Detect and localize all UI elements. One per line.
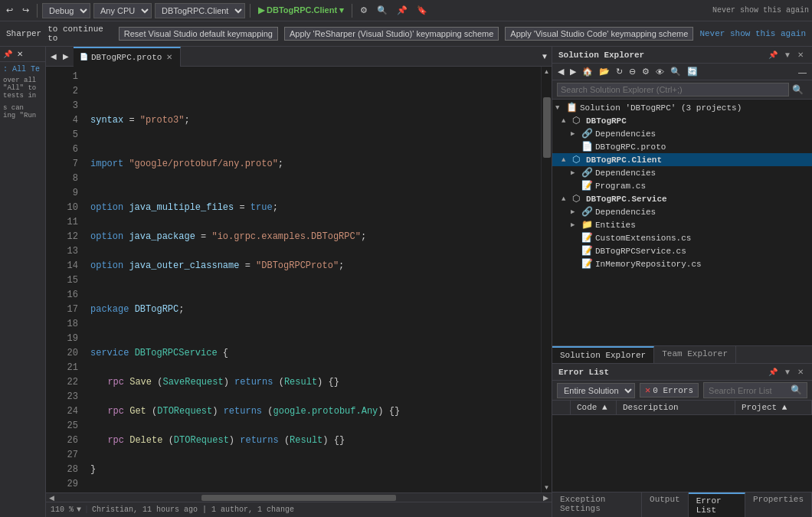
proto-tab-label: DBTogRPC.proto — [91, 53, 162, 62]
project-dropdown[interactable]: DBTogRPC.Client — [155, 3, 245, 18]
error-count-label: 0 Errors — [653, 386, 693, 395]
toolbar-btn-2[interactable]: 📌 — [394, 4, 411, 17]
bottom-tab-error-list[interactable]: Error List — [689, 492, 745, 517]
sidebar-pin-btn[interactable]: 📌 — [2, 48, 14, 60]
editor-vertical-scrollbar[interactable]: ▲ ▼ — [541, 67, 552, 492]
tree-item-dbtogrpc-deps[interactable]: ▶ 🔗 Dependencies — [552, 127, 812, 140]
error-col-code[interactable]: Code ▲ — [571, 401, 617, 414]
proto-file-icon: 📄 — [581, 141, 594, 152]
se-search-icon[interactable]: 🔍 — [792, 84, 804, 96]
service-cs-label: DBTogRPCService.cs — [595, 247, 809, 256]
never-show-banner-button[interactable]: Never show this again — [699, 29, 806, 38]
hscroll-thumb — [201, 495, 396, 501]
right-panel: Solution Explorer 📌 ▼ ✕ ◀ ▶ 🏠 📂 ↻ ⊖ ⚙ 👁 … — [552, 47, 812, 517]
cpu-dropdown[interactable]: Any CPU — [93, 3, 152, 18]
bottom-tab-output[interactable]: Output — [642, 492, 689, 517]
tree-item-solution[interactable]: ▼ 📋 Solution 'DBTogRPC' (3 projects) — [552, 101, 812, 114]
code-line-8: option java_package = "io.grpc.examples.… — [90, 230, 535, 244]
se-close-btn[interactable]: ✕ — [795, 50, 806, 60]
sidebar-subtext-2: "All" to — [3, 84, 42, 92]
tree-item-inmemory-repo[interactable]: 📝 InMemoryRepository.cs — [552, 257, 812, 270]
se-forward-btn[interactable]: ▶ — [568, 65, 578, 78]
extensions-toolbar-btn[interactable]: ⚙ — [357, 4, 371, 17]
tree-item-service-deps[interactable]: ▶ 🔗 Dependencies — [552, 205, 812, 218]
el-close-btn[interactable]: ✕ — [795, 367, 806, 377]
tree-item-program-cs[interactable]: 📝 Program.cs — [552, 179, 812, 192]
tree-item-client-project[interactable]: ▲ ⬡ DBTogRPC.Client — [552, 153, 812, 166]
error-search-input[interactable] — [709, 386, 791, 395]
scroll-down-btn[interactable]: ▼ — [542, 483, 552, 492]
code-line-14: rpc Save (SaveRequest) returns (Result) … — [90, 375, 535, 390]
debug-config-dropdown[interactable]: Debug — [42, 3, 90, 18]
se-home-btn[interactable]: 🏠 — [580, 65, 595, 78]
run-button[interactable]: ▶ DBTogRPC.Client ▾ — [255, 4, 347, 17]
se-settings-btn[interactable]: — — [796, 66, 809, 78]
ln-18: 18 — [49, 317, 78, 332]
tab-dropdown-btn[interactable]: ▼ — [538, 52, 552, 61]
editor-horizontal-scrollbar[interactable]: ◀ ▶ — [46, 492, 552, 502]
error-table[interactable]: Code ▲ Description Project ▲ — [552, 401, 812, 492]
reset-keymapping-button[interactable]: Reset Visual Studio default keymapping — [119, 27, 278, 41]
hscroll-left-btn[interactable]: ◀ — [47, 494, 56, 502]
tab-scroll-right-btn[interactable]: ▶ — [60, 52, 72, 61]
service-deps-expand: ▶ — [571, 208, 580, 216]
se-pin-btn[interactable]: 📌 — [766, 50, 780, 60]
tree-item-custom-extensions[interactable]: 📝 CustomExtensions.cs — [552, 231, 812, 244]
sidebar-close-btn[interactable]: ✕ — [15, 48, 25, 60]
proto-tab-icon: 📄 — [80, 53, 88, 61]
el-pin-btn[interactable]: 📌 — [766, 367, 780, 377]
se-back-btn[interactable]: ◀ — [555, 65, 566, 78]
hscroll-right-btn[interactable]: ▶ — [542, 494, 550, 502]
scroll-thumb — [543, 97, 551, 159]
hscroll-track[interactable] — [56, 495, 542, 501]
se-search-input[interactable] — [557, 83, 789, 97]
client-expand-icon: ▲ — [562, 156, 571, 164]
se-dropdown-btn[interactable]: ▼ — [781, 50, 794, 60]
se-properties-btn[interactable]: ⚙ — [640, 65, 652, 78]
tree-item-entities[interactable]: ▶ 📁 Entities — [552, 218, 812, 231]
ln-16: 16 — [49, 288, 78, 303]
service-project-icon: ⬡ — [572, 193, 584, 205]
never-show-text[interactable]: Never show this again — [712, 6, 809, 15]
tree-item-service-project[interactable]: ▲ ⬡ DBTogRPC.Service — [552, 192, 812, 205]
redo-button[interactable]: ↪ — [19, 4, 32, 17]
error-count-badge[interactable]: ✕ 0 Errors — [640, 383, 699, 398]
apply-resharper-keymapping-button[interactable]: Apply 'ReSharper (Visual Studio)' keymap… — [284, 27, 499, 41]
se-filter-btn[interactable]: 🔍 — [668, 65, 683, 78]
inmemory-label: InMemoryRepository.cs — [595, 260, 809, 269]
se-show-all-btn[interactable]: 📂 — [597, 65, 612, 78]
se-sync-btn[interactable]: 🔄 — [685, 65, 700, 78]
tab-dbtogrpc-proto[interactable]: 📄 DBTogRPC.proto ✕ — [74, 47, 181, 67]
code-line-13: service DBTogRPCService { — [90, 346, 535, 361]
el-dropdown-btn[interactable]: ▼ — [781, 367, 794, 377]
se-refresh-btn[interactable]: ↻ — [614, 65, 625, 78]
error-col-desc[interactable]: Description — [617, 401, 735, 414]
scroll-up-btn[interactable]: ▲ — [542, 67, 552, 77]
code-line-5: import "google/protobuf/any.proto"; — [90, 157, 535, 172]
se-collapse-btn[interactable]: ⊖ — [627, 65, 638, 78]
se-preview-btn[interactable]: 👁 — [653, 66, 666, 78]
tree-item-client-deps[interactable]: ▶ 🔗 Dependencies — [552, 166, 812, 179]
tab-scroll-left-btn[interactable]: ◀ — [47, 52, 60, 61]
bottom-tab-properties[interactable]: Properties — [745, 492, 812, 517]
error-filter-dropdown[interactable]: Entire Solution — [557, 383, 635, 398]
tree-item-dbtogrpc-project[interactable]: ▲ ⬡ DBTogRPC — [552, 114, 812, 127]
main-toolbar: ↩ ↪ Debug Any CPU DBTogRPC.Client ▶ DBTo… — [0, 0, 812, 21]
apply-vscode-keymapping-button[interactable]: Apply 'Visual Studio Code' keymapping sc… — [505, 27, 693, 41]
bottom-tab-exception-settings[interactable]: Exception Settings — [552, 492, 642, 517]
scroll-track[interactable] — [542, 77, 552, 483]
tree-item-dbtogrpc-proto[interactable]: 📄 DBTogRPC.proto — [552, 140, 812, 153]
zoom-dropdown-btn[interactable]: ▼ — [77, 506, 81, 514]
code-text[interactable]: syntax = "proto3"; import "google/protob… — [84, 67, 541, 492]
toolbar-btn-1[interactable]: 🔍 — [374, 4, 391, 17]
error-col-project[interactable]: Project ▲ — [735, 401, 812, 414]
tree-item-service-cs[interactable]: 📝 DBTogRPCService.cs — [552, 244, 812, 257]
zoom-level: 110 % — [51, 506, 74, 514]
toolbar-btn-3[interactable]: 🔖 — [414, 4, 431, 17]
se-tab-solution-explorer[interactable]: Solution Explorer — [552, 346, 654, 363]
error-search-icon[interactable]: 🔍 — [791, 384, 802, 396]
se-tab-team-explorer[interactable]: Team Explorer — [654, 346, 736, 363]
proto-tab-close-btn[interactable]: ✕ — [165, 53, 174, 61]
undo-button[interactable]: ↩ — [3, 4, 16, 17]
ln-27: 27 — [49, 448, 78, 463]
